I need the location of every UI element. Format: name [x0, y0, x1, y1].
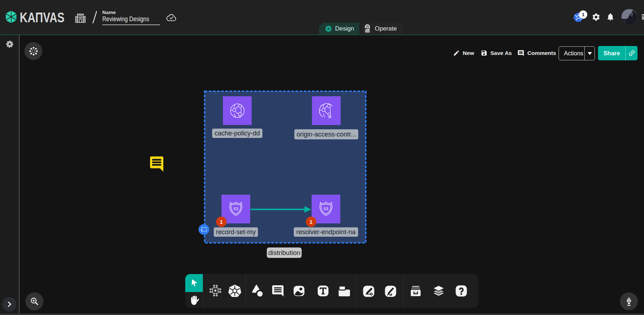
- svg-text:53: 53: [234, 206, 238, 211]
- svg-text:53: 53: [324, 206, 328, 211]
